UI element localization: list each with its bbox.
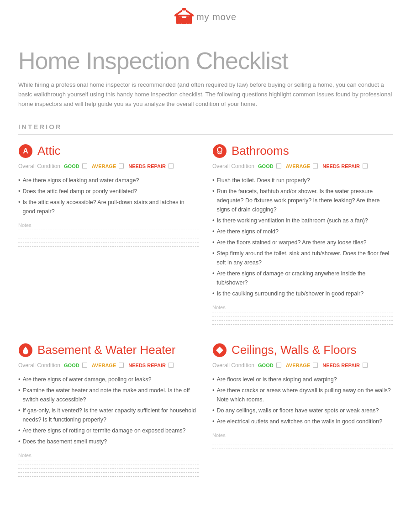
list-item: • Are floors level or is there sloping a…: [212, 375, 393, 384]
list-item: • Is the attic easily accessible? Are pu…: [18, 198, 199, 216]
attic-condition: Overall Condition GOOD AVERAGE NEEDS REP…: [18, 163, 199, 169]
list-item: • Run the faucets, bathtub and/or shower…: [212, 187, 393, 214]
list-item: • Are there signs of damage or cracking …: [212, 269, 393, 287]
condition-good-bm: GOOD: [64, 363, 79, 368]
condition-good: GOOD: [64, 163, 79, 169]
bathrooms-condition: Overall Condition GOOD AVERAGE NEEDS REP…: [212, 163, 393, 169]
list-item: • Are there signs of rotting or termite …: [18, 426, 199, 435]
basement-condition: Overall Condition GOOD AVERAGE NEEDS REP…: [18, 362, 199, 369]
list-item: • Are the floors stained or warped? Are …: [212, 238, 393, 247]
notes-line: [212, 440, 393, 440]
list-item: • Examine the water heater and note the …: [18, 386, 199, 404]
notes-line: [18, 234, 199, 234]
ceilings-condition: Overall Condition GOOD AVERAGE NEEDS REP…: [212, 362, 393, 369]
notes-line: [18, 460, 199, 460]
list-item: • Are there cracks or areas where drywal…: [212, 386, 393, 404]
attic-notes-label: Notes: [18, 222, 199, 228]
svg-rect-4: [182, 18, 186, 24]
condition-repair-b: NEEDS REPAIR: [322, 163, 360, 169]
bathrooms-average-checkbox[interactable]: [313, 163, 318, 169]
ceilings-repair-checkbox[interactable]: [363, 363, 368, 368]
condition-average-bm: AVERAGE: [92, 363, 116, 368]
logo-text: my move: [196, 12, 237, 22]
ceilings-average-checkbox[interactable]: [313, 363, 318, 368]
condition-label-bm: Overall Condition: [18, 362, 60, 369]
notes-line: [18, 464, 199, 464]
list-item: • If gas-only, is it vented? Is the wate…: [18, 406, 199, 424]
notes-line: [212, 320, 393, 321]
notes-line: [18, 238, 199, 238]
intro-text: While hiring a professional home inspect…: [18, 80, 393, 109]
condition-average: AVERAGE: [92, 163, 116, 169]
svg-rect-2: [179, 16, 182, 24]
svg-point-10: [213, 144, 227, 158]
category-ceilings: Ceilings, Walls & Floors Overall Conditi…: [212, 343, 393, 477]
categories-grid: A Attic Overall Condition GOOD AVERAGE N…: [18, 144, 393, 481]
notes-line: [212, 444, 393, 444]
notes-line: [212, 448, 393, 448]
attic-notes-lines: [18, 230, 199, 247]
list-item: • Does the attic feel damp or poorly ven…: [18, 187, 199, 196]
logo-icon: [174, 8, 194, 26]
notes-line: [212, 312, 393, 312]
basement-repair-checkbox[interactable]: [169, 363, 174, 368]
basement-title-row: Basement & Water Heater: [18, 343, 199, 358]
section-header: INTERIOR: [18, 123, 393, 135]
condition-repair: NEEDS REPAIR: [128, 163, 166, 169]
ceilings-icon: [212, 343, 227, 358]
list-item: • Are electrical outlets and switches on…: [212, 417, 393, 426]
list-item: • Do any ceilings, walls or floors have …: [212, 406, 393, 415]
page-content: Home Inspection Checklist While hiring a…: [0, 34, 411, 500]
basement-average-checkbox[interactable]: [119, 363, 124, 368]
attic-title-row: A Attic: [18, 144, 199, 158]
notes-line: [212, 324, 393, 325]
condition-good-b: GOOD: [258, 163, 274, 169]
condition-label: Overall Condition: [18, 163, 60, 169]
attic-good-checkbox[interactable]: [82, 163, 87, 169]
ceilings-notes-label: Notes: [212, 432, 393, 438]
bathrooms-repair-checkbox[interactable]: [363, 163, 368, 169]
bathrooms-title-row: Bathrooms: [212, 144, 393, 158]
ceilings-good-checkbox[interactable]: [276, 363, 281, 368]
list-item: • Is the caulking surrounding the tub/sh…: [212, 289, 393, 298]
condition-average-b: AVERAGE: [286, 163, 311, 169]
attic-title: Attic: [37, 144, 61, 158]
bathrooms-good-checkbox[interactable]: [276, 163, 281, 169]
notes-line: [18, 242, 199, 242]
svg-text:A: A: [23, 147, 28, 155]
ceilings-checklist: • Are floors level or is there sloping a…: [212, 375, 393, 426]
notes-line: [18, 468, 199, 469]
condition-label-b: Overall Condition: [212, 163, 254, 169]
list-item: • Flush the toilet. Does it run properly…: [212, 176, 393, 185]
basement-icon: [18, 343, 33, 358]
basement-title: Basement & Water Heater: [37, 343, 176, 357]
attic-repair-checkbox[interactable]: [169, 163, 174, 169]
condition-repair-c: NEEDS REPAIR: [322, 363, 360, 368]
condition-average-c: AVERAGE: [286, 363, 311, 368]
ceilings-notes-lines: [212, 440, 393, 448]
attic-average-checkbox[interactable]: [119, 163, 124, 169]
notes-line: [18, 246, 199, 247]
list-item: • Are there signs of leaking and water d…: [18, 176, 199, 185]
bathrooms-notes-label: Notes: [212, 305, 393, 310]
notes-line: [212, 316, 393, 316]
category-basement: Basement & Water Heater Overall Conditio…: [18, 343, 199, 477]
ceilings-title-row: Ceilings, Walls & Floors: [212, 343, 393, 358]
bathrooms-notes-lines: [212, 312, 393, 325]
svg-rect-3: [186, 16, 189, 24]
category-attic: A Attic Overall Condition GOOD AVERAGE N…: [18, 144, 199, 325]
bathrooms-checklist: • Flush the toilet. Does it run properly…: [212, 176, 393, 298]
basement-good-checkbox[interactable]: [82, 363, 87, 368]
list-item: • Are there signs of mold?: [212, 227, 393, 236]
bathrooms-title: Bathrooms: [232, 144, 289, 158]
page-header: my move: [0, 0, 411, 34]
list-item: • Step firmly around the toilet, sink an…: [212, 249, 393, 267]
condition-good-c: GOOD: [258, 363, 274, 368]
attic-icon: A: [18, 144, 33, 158]
ceilings-title: Ceilings, Walls & Floors: [232, 343, 357, 357]
svg-rect-7: [182, 8, 186, 11]
notes-line: [18, 476, 199, 477]
attic-checklist: • Are there signs of leaking and water d…: [18, 176, 199, 216]
notes-line: [18, 472, 199, 473]
list-item: • Are there signs of water damage, pooli…: [18, 375, 199, 384]
